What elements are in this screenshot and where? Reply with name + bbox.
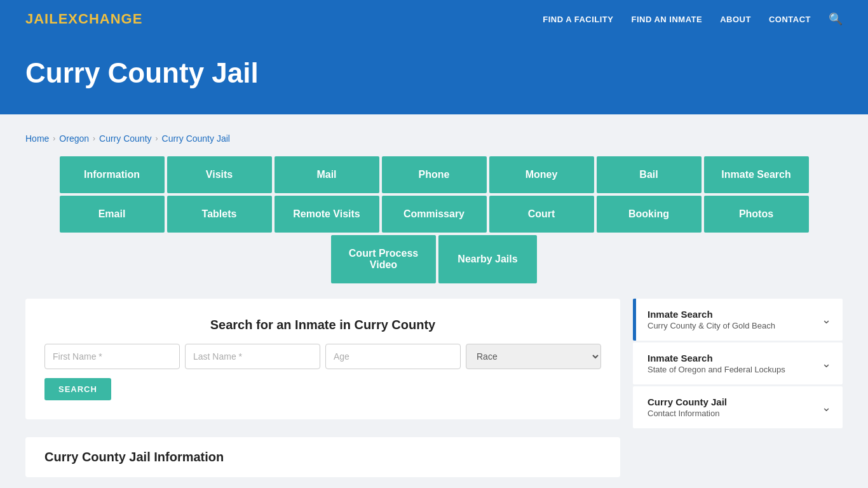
search-fields: Race White Black Hispanic Asian Native A… (44, 344, 601, 369)
nav-contact[interactable]: CONTACT (769, 15, 811, 24)
sidebar-item-title-3: Curry County Jail (648, 396, 727, 407)
breadcrumb-curry-county[interactable]: Curry County (99, 133, 151, 144)
chevron-down-icon-1: ⌄ (822, 313, 831, 327)
search-title: Search for an Inmate in Curry County (44, 318, 601, 332)
page-title: Curry County Jail (25, 57, 843, 89)
btn-inmate-search[interactable]: Inmate Search (704, 156, 809, 193)
button-row-1: Information Visits Mail Phone Money Bail… (25, 156, 843, 193)
nav-about[interactable]: ABOUT (720, 15, 751, 24)
btn-information[interactable]: Information (60, 156, 165, 193)
btn-photos[interactable]: Photos (704, 196, 809, 233)
last-name-input[interactable] (185, 344, 320, 369)
search-icon[interactable]: 🔍 (829, 12, 843, 26)
sidebar-item-contact-info[interactable]: Curry County Jail Contact Information ⌄ (633, 386, 843, 428)
inmate-search-box: Search for an Inmate in Curry County Rac… (25, 299, 620, 419)
btn-nearby-jails[interactable]: Nearby Jails (438, 235, 537, 283)
chevron-down-icon-3: ⌄ (822, 400, 831, 414)
btn-court-process-video[interactable]: Court Process Video (331, 235, 436, 283)
header: JAILEXCHANGE FIND A FACILITY FIND AN INM… (0, 0, 868, 38)
sidebar-item-title-1: Inmate Search (648, 309, 775, 320)
btn-visits[interactable]: Visits (167, 156, 272, 193)
breadcrumb-oregon[interactable]: Oregon (59, 133, 89, 144)
content-area: Home › Oregon › Curry County › Curry Cou… (0, 114, 868, 488)
sidebar-item-subtitle-3: Contact Information (648, 409, 727, 418)
button-row-2: Email Tablets Remote Visits Commissary C… (25, 196, 843, 233)
sidebar: Inmate Search Curry County & City of Gol… (633, 299, 843, 428)
age-input[interactable] (325, 344, 461, 369)
btn-tablets[interactable]: Tablets (167, 196, 272, 233)
sidebar-item-title-2: Inmate Search (648, 353, 785, 363)
btn-bail[interactable]: Bail (597, 156, 702, 193)
left-column: Search for an Inmate in Curry County Rac… (25, 299, 620, 477)
main-nav: FIND A FACILITY FIND AN INMATE ABOUT CON… (543, 12, 843, 26)
btn-remote-visits[interactable]: Remote Visits (275, 196, 379, 233)
sidebar-item-text-1: Inmate Search Curry County & City of Gol… (648, 309, 775, 330)
button-row-3: Court Process Video Nearby Jails (25, 235, 843, 283)
btn-phone[interactable]: Phone (382, 156, 487, 193)
first-name-input[interactable] (44, 344, 180, 369)
sidebar-item-text-2: Inmate Search State of Oregon and Federa… (648, 353, 785, 374)
info-section-title: Curry County Jail Information (44, 450, 601, 464)
sidebar-item-subtitle-1: Curry County & City of Gold Beach (648, 321, 775, 330)
btn-booking[interactable]: Booking (597, 196, 702, 233)
hero-section: Curry County Jail (0, 38, 868, 114)
logo-jail: JAIL (25, 11, 58, 27)
sidebar-item-inmate-search-oregon[interactable]: Inmate Search State of Oregon and Federa… (633, 342, 843, 384)
info-section: Curry County Jail Information (25, 437, 620, 477)
btn-mail[interactable]: Mail (275, 156, 379, 193)
btn-commissary[interactable]: Commissary (382, 196, 487, 233)
breadcrumb-home[interactable]: Home (25, 133, 49, 144)
sidebar-item-subtitle-2: State of Oregon and Federal Lockups (648, 365, 785, 374)
breadcrumb-current: Curry County Jail (162, 133, 230, 144)
breadcrumb-sep-3: › (156, 134, 158, 143)
breadcrumb-sep-2: › (93, 134, 95, 143)
chevron-down-icon-2: ⌄ (822, 356, 831, 370)
race-select[interactable]: Race White Black Hispanic Asian Native A… (466, 344, 601, 369)
service-button-grid: Information Visits Mail Phone Money Bail… (25, 156, 843, 283)
logo-exchange: EXCHANGE (58, 11, 143, 27)
nav-find-facility[interactable]: FIND A FACILITY (543, 15, 613, 24)
search-button[interactable]: SEARCH (44, 378, 111, 400)
btn-money[interactable]: Money (489, 156, 594, 193)
breadcrumb-sep-1: › (53, 134, 55, 143)
sidebar-item-text-3: Curry County Jail Contact Information (648, 396, 727, 418)
main-layout: Search for an Inmate in Curry County Rac… (25, 299, 843, 477)
nav-find-inmate[interactable]: FIND AN INMATE (631, 15, 702, 24)
site-logo[interactable]: JAILEXCHANGE (25, 11, 142, 27)
sidebar-item-inmate-search-curry[interactable]: Inmate Search Curry County & City of Gol… (633, 299, 843, 341)
btn-court[interactable]: Court (489, 196, 594, 233)
breadcrumb: Home › Oregon › Curry County › Curry Cou… (25, 127, 843, 156)
btn-email[interactable]: Email (60, 196, 165, 233)
